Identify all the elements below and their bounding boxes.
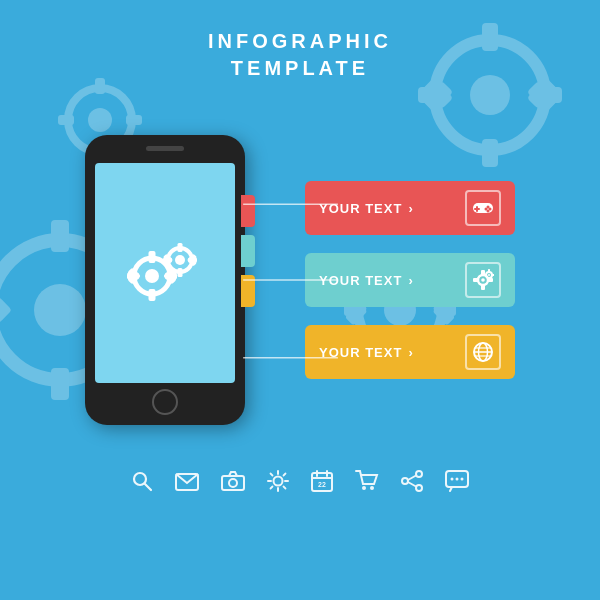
cart-icon[interactable] [355, 470, 379, 498]
card-1-label: YOUR TEXT [319, 201, 402, 216]
svg-rect-69 [481, 284, 485, 290]
card-3-text-area: YOUR TEXT › [319, 345, 413, 360]
svg-rect-48 [178, 243, 183, 252]
info-card-1[interactable]: YOUR TEXT › [305, 181, 515, 235]
svg-rect-38 [149, 251, 156, 263]
svg-point-88 [274, 477, 283, 486]
search-icon[interactable] [131, 470, 153, 498]
title-area: INFOGRAPHIC TEMPLATE [0, 0, 600, 82]
svg-rect-77 [483, 274, 487, 276]
phone-speaker [146, 146, 184, 151]
svg-line-93 [271, 474, 273, 476]
screen-gears-icon [120, 238, 210, 308]
svg-rect-71 [473, 278, 479, 282]
svg-rect-61 [474, 208, 480, 210]
svg-point-102 [362, 486, 366, 490]
cards-area: YOUR TEXT › YOUR TEXT › [305, 181, 515, 379]
gear-icon [472, 269, 494, 291]
phone-tab-yellow [241, 275, 255, 307]
svg-line-96 [271, 487, 273, 489]
card-3-chevron: › [408, 345, 412, 360]
svg-point-65 [489, 208, 492, 211]
calendar-icon[interactable]: 22 [311, 470, 333, 498]
svg-point-67 [481, 278, 485, 282]
svg-text:22: 22 [318, 481, 326, 488]
info-card-2[interactable]: YOUR TEXT › [305, 253, 515, 307]
phone-home-button [152, 389, 178, 415]
title-line1: INFOGRAPHIC [0, 28, 600, 55]
svg-line-94 [284, 487, 286, 489]
card-3-icon [465, 334, 501, 370]
svg-point-104 [416, 471, 422, 477]
svg-point-47 [175, 255, 185, 265]
phone-screen [95, 163, 235, 383]
phone-tabs [241, 195, 255, 307]
svg-point-111 [456, 478, 459, 481]
svg-point-112 [461, 478, 464, 481]
main-content: YOUR TEXT › YOUR TEXT › [0, 100, 600, 460]
share-icon[interactable] [401, 470, 423, 498]
phone [85, 135, 245, 425]
camera-icon[interactable] [221, 471, 245, 497]
svg-point-73 [488, 274, 490, 276]
svg-line-95 [284, 474, 286, 476]
card-1-text-area: YOUR TEXT › [319, 201, 413, 216]
title-line2: TEMPLATE [0, 55, 600, 82]
gamepad-icon [472, 200, 494, 216]
svg-point-64 [485, 208, 488, 211]
svg-line-108 [408, 482, 416, 487]
phone-tab-red [241, 195, 255, 227]
globe-icon [472, 341, 494, 363]
svg-point-37 [145, 269, 159, 283]
card-2-icon [465, 262, 501, 298]
svg-rect-76 [491, 274, 494, 276]
phone-tab-teal [241, 235, 255, 267]
mail-icon[interactable] [175, 471, 199, 497]
svg-point-87 [229, 479, 237, 487]
chat-icon[interactable] [445, 470, 469, 498]
svg-line-84 [145, 484, 152, 491]
info-card-3[interactable]: YOUR TEXT › [305, 325, 515, 379]
svg-point-103 [370, 486, 374, 490]
svg-line-107 [408, 476, 416, 481]
card-2-label: YOUR TEXT [319, 273, 402, 288]
card-1-chevron: › [408, 201, 412, 216]
svg-point-110 [451, 478, 454, 481]
svg-point-105 [402, 478, 408, 484]
card-2-chevron: › [408, 273, 412, 288]
svg-rect-74 [488, 269, 490, 273]
card-3-label: YOUR TEXT [319, 345, 402, 360]
svg-rect-49 [178, 268, 183, 277]
card-1-icon [465, 190, 501, 226]
card-2-text-area: YOUR TEXT › [319, 273, 413, 288]
svg-rect-39 [149, 289, 156, 301]
svg-rect-75 [488, 277, 490, 281]
svg-point-106 [416, 485, 422, 491]
bottom-icons-area: 22 [0, 470, 600, 498]
sun-icon[interactable] [267, 470, 289, 498]
